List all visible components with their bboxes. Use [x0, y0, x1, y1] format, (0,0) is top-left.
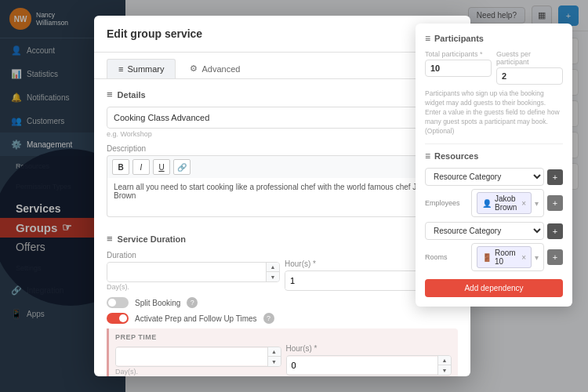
- prep-hours-spinners: ▲ ▼: [437, 356, 451, 375]
- days-spinners: ▲ ▼: [266, 263, 279, 281]
- resource-add-btn-2[interactable]: +: [547, 195, 563, 211]
- advanced-tab-icon: ⚙: [190, 64, 198, 74]
- toggle-knob-2: [119, 314, 127, 322]
- resource-category-row-2: Resource Category +: [425, 222, 563, 240]
- total-participants-input[interactable]: [425, 60, 492, 77]
- prep-days-spinners: ▲ ▼: [267, 347, 281, 366]
- prep-time-label: PREP TIME: [115, 333, 452, 341]
- underline-button[interactable]: U: [153, 159, 170, 175]
- resource-category-select-1[interactable]: Resource Category: [425, 168, 544, 186]
- split-booking-label: Split Booking: [135, 299, 180, 307]
- split-booking-help[interactable]: ?: [187, 297, 198, 308]
- prep-days-input: ▲ ▼: [115, 347, 281, 367]
- editor-toolbar: B I U 🔗 ⛶: [107, 155, 458, 178]
- employees-resource-row: Employees 👤 Jakob Brown × ▾ +: [425, 189, 563, 217]
- prep-days-label: Day(s).: [115, 368, 281, 376]
- duration-days-field: Duration ▲ ▼ Day(s).: [107, 251, 280, 291]
- modal-overlay: Edit group service × ≡ Summary ⚙ Advance…: [0, 0, 588, 392]
- prep-hrs-up[interactable]: ▲: [438, 356, 451, 365]
- description-textarea[interactable]: Learn all you need to start cooking like…: [107, 178, 458, 217]
- summary-tab-icon: ≡: [118, 64, 123, 74]
- resource-add-btn-3[interactable]: +: [547, 223, 563, 239]
- room-icon: 🚪: [482, 253, 492, 262]
- resource-category-row-1: Resource Category +: [425, 168, 563, 186]
- total-participants-field: Total participants *: [425, 50, 492, 85]
- rooms-select-field: 🚪 Room 10 × ▾: [471, 243, 544, 271]
- guests-label: Guests per participant: [496, 50, 563, 66]
- participant-note: Participants who sign up via the booking…: [425, 89, 563, 136]
- duration-days-input: ▲ ▼: [107, 262, 280, 282]
- prep-duration-row: ▲ ▼ Day(s). Hour(s) * ▲ ▼: [115, 344, 452, 376]
- rooms-dropdown-icon[interactable]: ▾: [535, 253, 539, 262]
- split-booking-row: Split Booking ?: [107, 297, 458, 308]
- participants-row: Total participants * Guests per particip…: [425, 50, 563, 85]
- employee-icon: 👤: [482, 199, 492, 208]
- employees-label: Employees: [425, 199, 468, 207]
- prep-days-down[interactable]: ▼: [268, 357, 281, 366]
- italic-button[interactable]: I: [132, 159, 150, 175]
- total-participants-label: Total participants *: [425, 50, 492, 58]
- divider: [425, 143, 563, 144]
- resource-add-btn-4[interactable]: +: [547, 249, 563, 265]
- toggle-knob: [108, 299, 116, 307]
- remove-room-btn[interactable]: ×: [521, 253, 526, 262]
- prep-hours-field: Hour(s) * ▲ ▼: [286, 344, 452, 376]
- modal-body: Details Cooking Class Advanced ⚙ e.g. Wo…: [94, 79, 470, 376]
- resource-add-btn-1[interactable]: +: [547, 169, 563, 185]
- right-panel: Participants Total participants * Guests…: [416, 24, 572, 307]
- duration-row: Duration ▲ ▼ Day(s). Hour(s) *: [107, 251, 458, 291]
- edit-group-modal: Edit group service × ≡ Summary ⚙ Advance…: [94, 16, 470, 376]
- summary-tab-label: Summary: [127, 64, 164, 74]
- service-name-value: Cooking Class Advanced: [114, 113, 209, 122]
- activate-prep-help[interactable]: ?: [263, 313, 274, 324]
- days-label: Day(s).: [107, 283, 280, 291]
- modal-tabs: ≡ Summary ⚙ Advanced: [94, 53, 470, 79]
- days-input-field[interactable]: [107, 263, 266, 281]
- tab-summary[interactable]: ≡ Summary: [107, 59, 176, 78]
- description-label: Description: [107, 144, 458, 153]
- modal-title: Edit group service: [107, 27, 202, 40]
- details-section-title: Details: [107, 89, 458, 100]
- activate-prep-toggle[interactable]: [107, 313, 129, 324]
- description-field: Description B I U 🔗 ⛶ Learn all you need…: [107, 144, 458, 227]
- link-button[interactable]: 🔗: [173, 159, 191, 175]
- activate-prep-row: Activate Prep and Follow Up Times ?: [107, 313, 458, 324]
- split-booking-toggle[interactable]: [107, 297, 129, 308]
- name-placeholder: e.g. Workshop: [107, 130, 458, 138]
- modal-header: Edit group service ×: [94, 16, 470, 53]
- prep-days-input-field[interactable]: [116, 348, 267, 365]
- add-dependency-button[interactable]: Add dependency: [425, 279, 563, 297]
- participants-section: Participants Total participants * Guests…: [425, 33, 563, 136]
- prep-hours-input: ▲ ▼: [286, 355, 452, 376]
- resources-section: Resources Resource Category + Employees …: [425, 151, 563, 297]
- service-name-field: Cooking Class Advanced ⚙ e.g. Workshop: [107, 107, 458, 138]
- rooms-resource-row: Rooms 🚪 Room 10 × ▾ +: [425, 243, 563, 271]
- employee-tag: 👤 Jakob Brown ×: [477, 192, 532, 214]
- duration-section-title: Service Duration: [107, 233, 458, 245]
- rooms-label: Rooms: [425, 253, 468, 261]
- prep-days-field: ▲ ▼ Day(s).: [115, 347, 281, 376]
- days-up-btn[interactable]: ▲: [267, 263, 279, 272]
- prep-days-up[interactable]: ▲: [268, 347, 281, 357]
- prep-hrs-down[interactable]: ▼: [438, 365, 451, 375]
- guests-input[interactable]: [496, 67, 563, 85]
- employees-select-field: 👤 Jakob Brown × ▾: [471, 189, 544, 217]
- remove-employee-btn[interactable]: ×: [521, 199, 526, 208]
- tab-advanced[interactable]: ⚙ Advanced: [179, 59, 251, 78]
- days-down-btn[interactable]: ▼: [267, 272, 279, 281]
- participants-title: Participants: [425, 33, 563, 44]
- bold-button[interactable]: B: [112, 159, 129, 175]
- employees-dropdown-icon[interactable]: ▾: [535, 199, 539, 208]
- activate-prep-label: Activate Prep and Follow Up Times: [135, 314, 257, 323]
- char-count: 0 / 400: [107, 219, 458, 227]
- room-tag: 🚪 Room 10 ×: [477, 246, 532, 268]
- resources-title: Resources: [425, 151, 563, 162]
- advanced-tab-label: Advanced: [201, 64, 240, 74]
- prep-time-section: PREP TIME ▲ ▼ Day(s). Hour(s) *: [107, 328, 458, 376]
- prep-hours-input-field[interactable]: [287, 357, 438, 374]
- guests-field: Guests per participant: [496, 50, 563, 85]
- resource-category-select-2[interactable]: Resource Category: [425, 222, 544, 240]
